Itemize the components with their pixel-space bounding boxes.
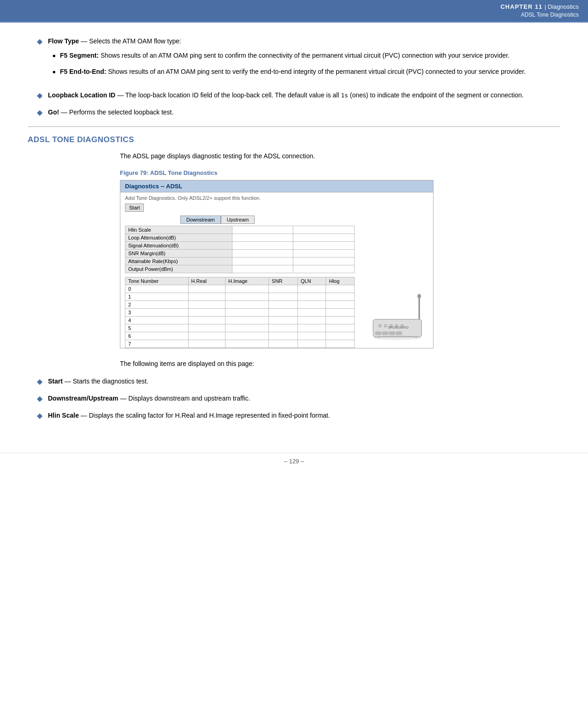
f5-segment-content: F5 Segment: Shows results of an ATM OAM … [60,51,560,60]
svg-rect-10 [389,332,395,335]
diamond-icon-3: ◆ [37,108,42,117]
svg-rect-15 [414,336,418,338]
main-content: ◆ Flow Type — Selects the ATM OAM flow t… [0,23,588,443]
sub-bullet-f5-segment: ■ F5 Segment: Shows results of an ATM OA… [53,51,560,60]
header-text: CHAPTER 11 | Diagnostics ADSL Tone Diagn… [500,3,579,19]
svg-rect-9 [382,332,388,335]
diag-title-bar: Diagnostics -- ADSL [120,180,433,192]
f5-end-text: Shows results of an ATM OAM ping sent to… [108,68,526,75]
downstream-upstream-bold: Downstream/Upstream [48,395,119,402]
bullet-go: ◆ Go! — Performs the selected loopback t… [28,108,560,117]
bullet-section-bottom: ◆ Start — Starts the diagnostics test. ◆… [28,377,560,420]
sub-bullet-list-1: ■ F5 Segment: Shows results of an ATM OA… [53,51,560,77]
adsl-description: The ADSL page displays diagnostic testin… [28,151,560,161]
go-text: — Performs the selected loopback test. [61,108,173,116]
svg-text:BROADBAND: BROADBAND [388,326,409,329]
tab-downstream[interactable]: Downstream [180,216,221,224]
diag-note: Adsl Tone Diagnostics. Only ADSL2/2+ sup… [125,195,355,201]
f5-end-bold: F5 End-to-End: [60,68,106,75]
diag-screenshot: Diagnostics -- ADSL Adsl Tone Diagnostic… [120,180,434,348]
hlin-scale-bold: Hlin Scale [48,412,79,419]
figure-label: Figure 79: ADSL Tone Diagnostics [28,169,560,176]
flow-type-text: — Selects the ATM OAM flow type: [81,37,181,45]
start-button[interactable]: Start [125,204,144,212]
header-sub-title: ADSL Tone Diagnostics [500,11,579,19]
page-number: – 129 – [284,458,304,465]
square-icon-2: ■ [53,68,55,75]
start-content: Start — Starts the diagnostics test. [48,377,560,386]
diamond-icon-5: ◆ [37,394,42,403]
tone-table: Tone NumberH.RealH.ImageSNRQLNHlog 01234… [125,277,355,348]
svg-point-1 [417,294,421,299]
svg-point-4 [384,324,387,327]
header-chapter-name: Diagnostics [548,3,579,10]
flow-type-content: Flow Type — Selects the ATM OAM flow typ… [48,36,560,83]
flow-type-bold: Flow Type [48,37,79,45]
loopback-bold: Loopback Location ID [48,91,115,99]
hlin-scale-content: Hlin Scale — Displays the scaling factor… [48,411,560,420]
diamond-icon-6: ◆ [37,411,42,420]
f5-end-content: F5 End-to-End: Shows results of an ATM O… [60,67,560,77]
f5-segment-bold: F5 Segment: [60,52,99,59]
f5-segment-text: Shows results of an ATM OAM ping sent to… [101,52,510,59]
chapter-label: CHAPTER 11 [500,3,545,10]
bullet-section-top: ◆ Flow Type — Selects the ATM OAM flow t… [28,36,560,117]
square-icon-1: ■ [53,52,55,59]
bullet-flow-type: ◆ Flow Type — Selects the ATM OAM flow t… [28,36,560,83]
diag-left-panel: Adsl Tone Diagnostics. Only ADSL2/2+ sup… [120,192,359,348]
svg-rect-8 [375,332,381,335]
svg-point-13 [373,336,421,340]
hlin-scale-text: — Displays the scaling factor for H.Real… [81,412,330,419]
go-bold: Go! [48,108,59,116]
loopback-content: Loopback Location ID — The loop-back loc… [48,90,560,100]
router-image: BROADBAND [359,192,433,348]
bottom-section: The following items are displayed on thi… [28,359,560,369]
sub-bullet-f5-end: ■ F5 End-to-End: Shows results of an ATM… [53,67,560,77]
following-items-text: The following items are displayed on thi… [120,359,560,369]
downstream-upstream-content: Downstream/Upstream — Displays downstrea… [48,394,560,403]
bullet-downstream-upstream: ◆ Downstream/Upstream — Displays downstr… [28,394,560,403]
diamond-icon-1: ◆ [37,37,42,46]
metrics-table: Hlin ScaleLoop Attenuation(dB)Signal Att… [125,226,355,273]
svg-rect-11 [396,332,402,335]
start-item-bold: Start [48,377,63,385]
svg-point-3 [379,324,381,327]
diamond-icon-4: ◆ [37,377,42,386]
tab-upstream[interactable]: Upstream [221,216,255,224]
go-content: Go! — Performs the selected loopback tes… [48,108,560,117]
loopback-text: — The loop-back location ID field of the… [117,91,523,99]
page-footer: – 129 – [0,453,588,469]
section-divider [28,126,560,127]
diamond-icon-2: ◆ [37,91,42,100]
start-item-text: — Starts the diagnostics test. [65,377,148,385]
page-header: CHAPTER 11 | Diagnostics ADSL Tone Diagn… [0,0,588,23]
bullet-loopback: ◆ Loopback Location ID — The loop-back l… [28,90,560,100]
router-svg: BROADBAND [364,288,428,343]
adsl-section-heading: ADSL Tone Diagnostics [28,135,560,144]
downstream-upstream-text: — Displays downstream and upstream traff… [120,395,250,402]
header-separator: | [545,3,548,10]
bullet-start: ◆ Start — Starts the diagnostics test. [28,377,560,386]
svg-rect-14 [377,336,380,338]
bullet-hlin-scale: ◆ Hlin Scale — Displays the scaling fact… [28,411,560,420]
